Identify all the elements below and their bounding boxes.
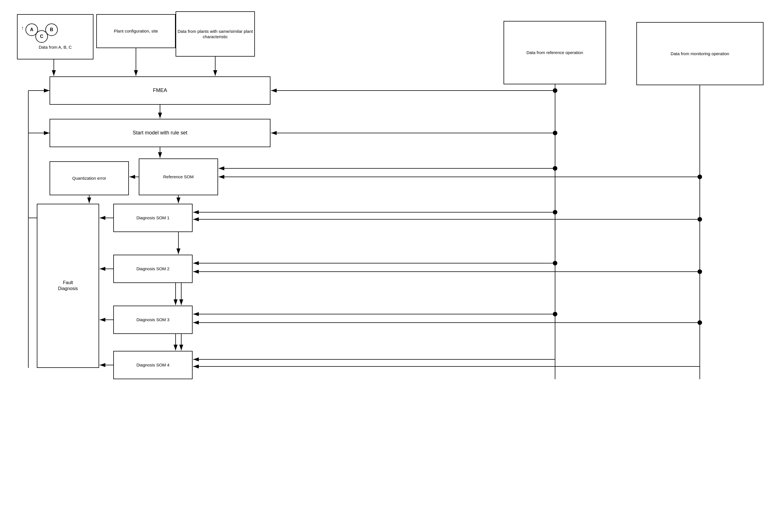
fmea-box: FMEA [50,76,271,105]
plant-config-box: Plant configuration, site [96,14,175,48]
diag-som4-box: Diagnosis SOM 4 [113,351,192,379]
data-monitoring-box: Data from monitoring operation [636,22,764,85]
diag-som3-label: Diagnosis SOM 3 [136,317,169,323]
data-reference-label: Data from reference operation [526,50,583,55]
fmea-label: FMEA [153,87,167,94]
diag-som2-box: Diagnosis SOM 2 [113,255,192,283]
start-model-box: Start model with rule set [50,119,271,147]
fault-diagnosis-label: Fault Diagnosis [58,280,78,292]
quantization-box: Quantization error [50,161,129,195]
reference-som-box: Reference SOM [139,158,218,195]
diag-som1-box: Diagnosis SOM 1 [113,204,192,232]
diag-som1-label: Diagnosis SOM 1 [136,215,169,221]
circle-c-icon: C [35,30,48,43]
diag-som3-box: Diagnosis SOM 3 [113,306,192,334]
data-plants-box: Data from plants with same/similar plant… [175,11,255,57]
diagram-container: A B C ↑ Data from A, B, C Plant configur… [0,0,772,532]
plant-config-label: Plant configuration, site [114,28,158,34]
start-model-label: Start model with rule set [132,130,187,136]
data-abc-label: Data from A, B, C [39,44,72,50]
quantization-label: Quantization error [72,175,106,181]
abc-arrow-icon: ↑ [21,25,24,31]
data-abc-box: A B C ↑ Data from A, B, C [17,14,93,59]
data-plants-label: Data from plants with same/similar plant… [176,29,254,40]
diag-som4-label: Diagnosis SOM 4 [136,362,169,368]
data-reference-box: Data from reference operation [503,21,606,84]
fault-diagnosis-box: Fault Diagnosis [37,204,99,368]
data-monitoring-label: Data from monitoring operation [671,51,729,57]
reference-som-label: Reference SOM [163,174,194,180]
diag-som2-label: Diagnosis SOM 2 [136,266,169,272]
